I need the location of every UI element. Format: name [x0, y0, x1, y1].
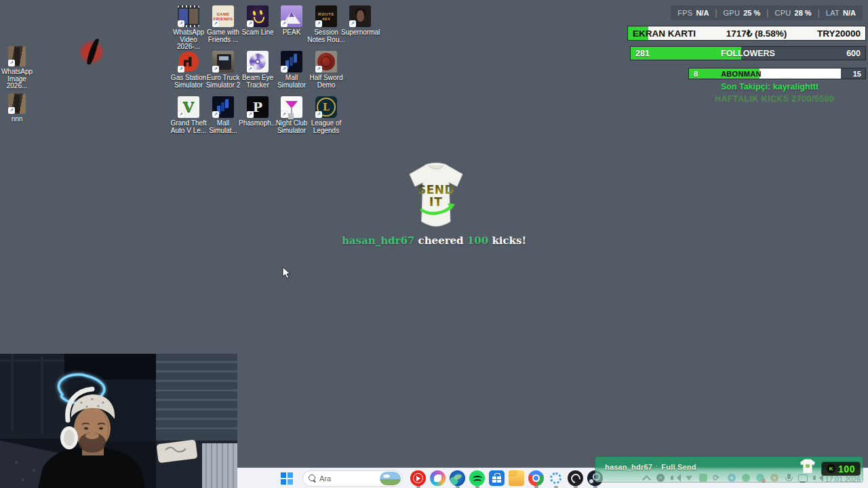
stat-label: LAT: [826, 9, 840, 17]
store-icon: [489, 470, 505, 486]
running-indicator: [554, 486, 558, 488]
desktop-icon-supernormal[interactable]: Supernormal: [341, 5, 379, 37]
taskbar-app-spotify[interactable]: [467, 468, 487, 488]
kick-count: 100: [838, 464, 855, 474]
shirt-text-line1: SEND: [418, 183, 454, 197]
desktop-icon-whatsapp-image[interactable]: WhatsAppImage 2026...: [0, 46, 36, 90]
stat-fps: FPSN/A: [677, 9, 709, 17]
shortcut-arrow-icon: [315, 111, 322, 118]
gpu-goal-label: EKRAN KARTI: [633, 28, 696, 39]
red-quill-mark: [79, 38, 104, 66]
subscribers-label: ABONMAN: [721, 70, 762, 78]
taskbar-apps: [408, 468, 605, 488]
fullsend-notification: hasan_hdr67:Full Send K 100: [595, 457, 863, 482]
desktop-icon-mall-simulator-2[interactable]: MallSimulat...: [204, 96, 242, 134]
shortcut-arrow-icon: [315, 66, 322, 73]
desktop-icon-euro-truck-simulator-2[interactable]: Euro TruckSimulator 2: [204, 51, 242, 89]
running-indicator: [534, 486, 538, 488]
desktop-icon-league-of-legends[interactable]: LLeague ofLegends: [307, 96, 345, 134]
night-club-simulator-icon: [281, 96, 302, 118]
taskbar-app-explorer[interactable]: [507, 468, 526, 488]
chrome-icon: [528, 470, 544, 486]
desktop-icon-scam-line[interactable]: Scam Line: [239, 5, 277, 37]
desktop-icon-beam-eye-tracker[interactable]: Beam EyeTracker: [239, 51, 277, 89]
kick-count-badge: K 100: [821, 462, 861, 476]
desktop-icon-label: WhatsAppVideo 2026-...: [170, 29, 208, 51]
taskbar-search[interactable]: [302, 470, 403, 487]
spotify-icon: [469, 470, 485, 486]
desktop-icon-gas-station-simulator[interactable]: Gas StationSimulator: [170, 51, 208, 89]
taskbar-app-edge[interactable]: [448, 468, 467, 488]
desktop-icon-game-with-friends[interactable]: GAMEFRIENDSGame withFriends ...: [204, 5, 242, 43]
desktop-icon-nnn[interactable]: nnn: [0, 94, 36, 123]
taskbar-app-chrome[interactable]: [526, 468, 546, 488]
euro-truck-simulator-2-icon: [212, 51, 234, 73]
shortcut-arrow-icon: [247, 20, 254, 27]
followers-label: FOLLOWERS: [721, 49, 775, 58]
running-indicator: [574, 486, 578, 488]
desktop-icon-label: Scam Line: [239, 29, 277, 37]
whatsapp-image-icon: [8, 46, 26, 66]
desktop-icon-label: Night ClubSimulator: [273, 120, 311, 134]
shirt-text-line2: IT: [429, 195, 443, 209]
running-indicator: [593, 486, 597, 488]
desktop-icon-mall-simulator[interactable]: MallSimulator: [273, 51, 311, 89]
desktop-icon-label: SessionNotes Rou...: [307, 29, 345, 43]
edge-icon: [450, 470, 465, 486]
performance-stats-bar: FPSN/AGPU25 %CPU28 %LATN/A: [671, 5, 863, 20]
explorer-icon: [509, 470, 524, 486]
whatsapp-video-icon: [178, 5, 199, 27]
desktop-icon-label: Beam EyeTracker: [239, 75, 277, 89]
desktop-icon-phasmophobia[interactable]: PPhasmoph...: [239, 96, 277, 127]
stat-value: N/A: [843, 9, 856, 17]
taskbar-app-obs[interactable]: [566, 468, 585, 488]
beam-eye-tracker-icon: [247, 51, 269, 73]
mall-simulator-2-icon: [212, 96, 234, 118]
fullsend-user: hasan_hdr67: [605, 463, 652, 471]
scam-line-icon: [247, 5, 269, 27]
subscribers-current: 8: [694, 70, 698, 78]
mall-simulator-icon: [281, 51, 302, 73]
last-follower-text: Son Takipçi: kayralighttt: [678, 82, 861, 92]
icon-art-text: 404: [322, 17, 330, 21]
start-button[interactable]: [278, 470, 296, 487]
webcam-feed: [0, 354, 237, 488]
icon-art-text: GAME: [216, 12, 229, 16]
followers-current: 281: [635, 49, 650, 58]
search-input[interactable]: [317, 474, 380, 483]
taskbar-app-loop[interactable]: [546, 468, 566, 488]
desktop-icon-whatsapp-video[interactable]: WhatsAppVideo 2026-...: [170, 5, 208, 51]
icon-art-text: ROUTE: [318, 12, 334, 16]
taskbar-app-copilot[interactable]: [428, 468, 448, 488]
shortcut-arrow-icon: [212, 20, 219, 27]
desktop-icon-label: Gas StationSimulator: [170, 75, 208, 89]
taskbar-app-youtube[interactable]: [408, 468, 428, 488]
youtube-icon: [410, 470, 426, 486]
cheer-user: hasan_hdr67: [342, 235, 414, 247]
desktop-icon-peak[interactable]: PEAK: [273, 5, 311, 37]
desktop: FPSN/AGPU25 %CPU28 %LATN/A EKRAN KARTI 1…: [0, 0, 868, 488]
running-indicator: [416, 486, 420, 488]
icon-art-text: V: [183, 97, 194, 117]
fullsend-text: hasan_hdr67:Full Send: [605, 463, 696, 471]
shortcut-arrow-icon: [8, 107, 15, 114]
bing-daily-image-thumb[interactable]: [380, 472, 401, 485]
stat-label: FPS: [677, 9, 692, 17]
desktop-icon-label: Phasmoph...: [239, 120, 277, 127]
nnn-icon: [8, 94, 26, 114]
gpu-goal-value: 1717₺ (8.58%): [726, 28, 787, 39]
supernormal-icon: [349, 5, 371, 27]
desktop-icon-night-club-simulator[interactable]: Night ClubSimulator: [273, 96, 311, 134]
phasmophobia-icon: P: [247, 96, 269, 118]
cheer-message: hasan_hdr67 cheered 100 kicks!: [0, 235, 868, 247]
running-indicator: [475, 486, 479, 488]
desktop-icon-half-sword-demo[interactable]: Half SwordDemo: [307, 51, 345, 89]
desktop-icon-label: MallSimulator: [273, 75, 311, 89]
desktop-icon-grand-theft-auto-v[interactable]: VGrand TheftAuto V Le...: [170, 96, 208, 134]
game-with-friends-icon: GAMEFRIENDS: [212, 5, 234, 27]
desktop-icon-session-notes-route-404[interactable]: ROUTE404SessionNotes Rou...: [307, 5, 345, 43]
shortcut-arrow-icon: [247, 66, 254, 73]
shortcut-arrow-icon: [212, 111, 219, 118]
taskbar-app-store[interactable]: [487, 468, 507, 488]
shortcut-arrow-icon: [281, 111, 288, 118]
